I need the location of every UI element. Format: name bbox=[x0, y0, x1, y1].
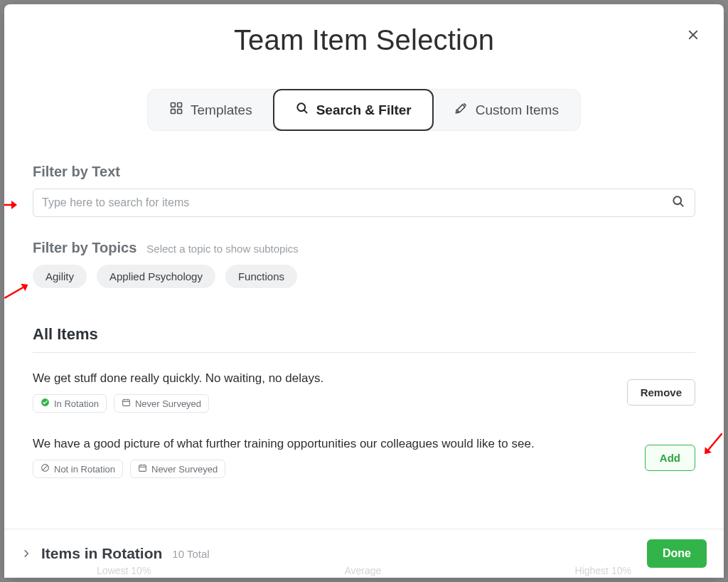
tab-search-filter[interactable]: Search & Filter bbox=[273, 89, 434, 131]
filter-by-topics-label: Filter by Topics Select a topic to show … bbox=[33, 240, 695, 256]
tab-label: Search & Filter bbox=[316, 102, 412, 118]
search-input[interactable] bbox=[33, 189, 695, 217]
filter-topics-sub: Select a topic to show subtopics bbox=[146, 243, 298, 255]
topic-chip[interactable]: Applied Psychology bbox=[97, 265, 215, 288]
survey-tag: Never Surveyed bbox=[130, 460, 225, 478]
add-button[interactable]: Add bbox=[645, 445, 695, 471]
page-title: Team Item Selection bbox=[33, 24, 695, 56]
ban-icon bbox=[41, 463, 50, 475]
tag-label: Not in Rotation bbox=[54, 464, 115, 475]
item-row: We get stuff done really quickly. No wai… bbox=[33, 364, 695, 430]
search-icon bbox=[671, 194, 685, 211]
svg-rect-4 bbox=[171, 110, 176, 114]
close-button[interactable] bbox=[684, 26, 702, 46]
chevron-right-icon bbox=[21, 545, 31, 562]
rotation-label: Items in Rotation bbox=[41, 545, 162, 562]
items-in-rotation-toggle[interactable]: Items in Rotation 10 Total bbox=[21, 545, 210, 562]
item-row: We have a good picture of what further t… bbox=[33, 430, 695, 495]
tab-custom-items[interactable]: Custom Items bbox=[433, 90, 580, 130]
item-text: We have a good picture of what further t… bbox=[33, 437, 631, 451]
svg-line-25 bbox=[708, 433, 722, 450]
tab-templates[interactable]: Templates bbox=[148, 90, 274, 130]
rotation-tag: Not in Rotation bbox=[33, 460, 123, 478]
svg-rect-5 bbox=[178, 110, 182, 114]
modal-header: Team Item Selection bbox=[4, 4, 724, 63]
remove-button[interactable]: Remove bbox=[627, 379, 695, 406]
close-icon bbox=[687, 33, 700, 43]
svg-rect-11 bbox=[123, 400, 130, 406]
search-row bbox=[33, 189, 695, 217]
modal: Team Item Selection Templates Search & F… bbox=[4, 4, 724, 578]
check-circle-icon bbox=[41, 398, 50, 409]
svg-rect-2 bbox=[171, 103, 176, 107]
topic-chip[interactable]: Agility bbox=[33, 265, 87, 288]
search-icon bbox=[295, 101, 309, 119]
item-text: We get stuff done really quickly. No wai… bbox=[33, 371, 613, 386]
svg-line-16 bbox=[43, 465, 48, 470]
svg-point-8 bbox=[673, 196, 681, 204]
calendar-icon bbox=[138, 463, 147, 475]
tab-label: Templates bbox=[191, 102, 252, 118]
tools-icon bbox=[454, 101, 469, 119]
annotation-arrow bbox=[697, 426, 724, 460]
grid-icon bbox=[169, 101, 183, 119]
modal-footer: Items in Rotation 10 Total Done bbox=[4, 529, 724, 578]
svg-marker-22 bbox=[11, 201, 17, 209]
svg-marker-24 bbox=[21, 281, 30, 291]
annotation-arrow bbox=[4, 196, 17, 214]
svg-rect-3 bbox=[178, 103, 182, 107]
all-items-heading: All Items bbox=[33, 325, 695, 353]
svg-line-7 bbox=[304, 110, 306, 113]
svg-marker-26 bbox=[702, 447, 712, 457]
filter-topics-title: Filter by Topics bbox=[33, 240, 136, 256]
done-button[interactable]: Done bbox=[647, 539, 707, 568]
svg-line-9 bbox=[680, 203, 683, 206]
tag-label: Never Surveyed bbox=[151, 464, 218, 475]
tab-bar: Templates Search & Filter Custom Items bbox=[4, 63, 724, 151]
tab-label: Custom Items bbox=[476, 102, 559, 118]
svg-point-6 bbox=[297, 103, 305, 111]
topic-chip[interactable]: Functions bbox=[225, 265, 297, 288]
topic-chips: Agility Applied Psychology Functions bbox=[33, 265, 695, 288]
survey-tag: Never Surveyed bbox=[114, 394, 209, 413]
filter-by-text-label: Filter by Text bbox=[33, 164, 695, 180]
tag-label: In Rotation bbox=[54, 398, 99, 409]
rotation-tag: In Rotation bbox=[33, 394, 107, 413]
content-scroll[interactable]: Filter by Text Filter by Topics Select a… bbox=[4, 151, 724, 529]
annotation-arrow bbox=[4, 277, 33, 307]
calendar-icon bbox=[122, 398, 131, 409]
svg-rect-17 bbox=[139, 465, 146, 472]
svg-line-23 bbox=[4, 287, 23, 298]
rotation-count: 10 Total bbox=[172, 548, 209, 560]
tag-label: Never Surveyed bbox=[135, 398, 201, 409]
